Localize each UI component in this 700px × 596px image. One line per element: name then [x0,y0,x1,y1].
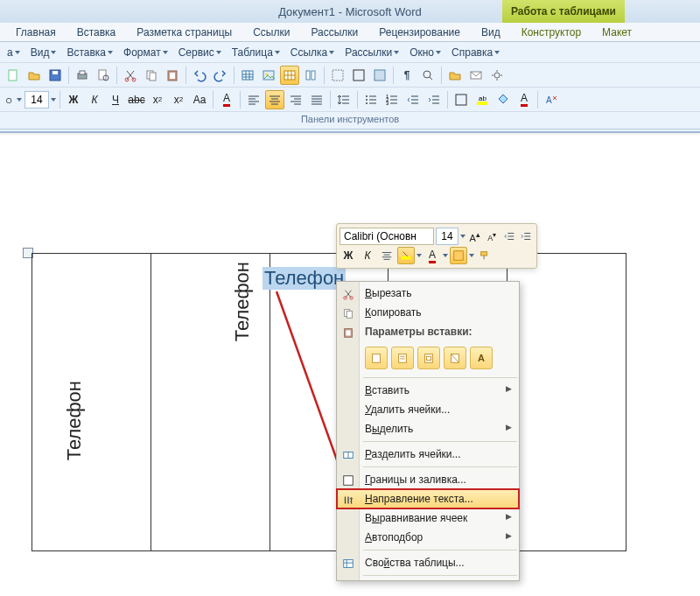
highlight-button[interactable]: ab [472,90,492,109]
menu-view[interactable]: Вид [25,44,62,61]
ctx-autofit[interactable]: Автоподбор [337,528,519,547]
line-spacing-button[interactable] [334,90,354,109]
ctx-text-direction[interactable]: Направление текста... [337,489,519,508]
insert-table-button[interactable] [238,66,257,85]
clear-formatting-button[interactable]: A [542,90,561,109]
menu-table[interactable]: Таблица [227,44,285,61]
chevron-down-icon[interactable] [416,254,422,257]
style-dropdown[interactable]: О [4,90,23,109]
tab-view[interactable]: Вид [471,24,511,41]
mail-button[interactable] [466,66,486,85]
show-marks-button[interactable]: ¶ [397,66,416,85]
menu-format[interactable]: Формат [118,44,173,61]
tab-table-design[interactable]: Конструктор [511,24,592,41]
bullets-button[interactable] [361,90,381,109]
ctx-insert[interactable]: Вставить [337,381,519,400]
paste-option-merge[interactable] [391,347,414,369]
menu-link[interactable]: Ссылка [285,44,340,61]
toggle-grid-button[interactable] [328,66,347,85]
bold-button[interactable]: Ж [64,90,83,109]
paste-option-nest[interactable] [417,347,440,369]
ctx-select[interactable]: Выделить [337,419,519,438]
mini-font-name[interactable] [340,228,434,245]
open-button[interactable] [24,66,44,85]
ctx-table-properties[interactable]: Свойства таблицы... [337,553,519,572]
menu-mailings[interactable]: Рассылки [340,44,404,61]
align-justify-button[interactable] [307,90,326,109]
paste-button[interactable] [163,66,182,85]
tab-home[interactable]: Главная [5,24,66,41]
mini-align-center[interactable] [378,247,396,264]
shading-color-button[interactable] [494,90,513,109]
tab-page-layout[interactable]: Разметка страницы [126,24,242,41]
strike-button[interactable]: abc [127,90,146,109]
decrease-indent-mini[interactable] [501,228,517,245]
ctx-cell-alignment[interactable]: Выравнивание ячеек [337,508,519,528]
paste-option-overwrite[interactable] [444,347,466,369]
table-cell[interactable] [32,254,151,551]
ctx-split-cells[interactable]: Разделить ячейки... [337,445,519,464]
ctx-delete-cells[interactable]: Удалить ячейки... [337,400,519,419]
settings-button[interactable] [487,66,507,85]
align-center-button[interactable] [265,90,284,109]
paste-option-keep-source[interactable] [365,347,388,369]
shading-button[interactable] [370,66,389,85]
copy-button[interactable] [142,66,161,85]
change-case-button[interactable]: Aa [190,90,209,109]
font-color-2-button[interactable]: A [514,90,534,109]
tab-references[interactable]: Ссылки [242,24,300,41]
ctx-borders-shading[interactable]: Границы и заливка... [337,470,519,489]
print-button[interactable] [73,66,92,85]
borders-dropdown[interactable] [452,90,471,109]
cell-text-selected[interactable]: Телефон [262,267,346,290]
align-left-button[interactable] [244,90,263,109]
underline-button[interactable]: Ч [106,90,125,109]
tab-mailings[interactable]: Рассылки [300,24,368,41]
columns-button[interactable] [301,66,320,85]
table-cell[interactable] [508,254,626,551]
draw-table-button[interactable] [280,66,299,85]
mini-highlight[interactable] [397,247,415,264]
chevron-down-icon[interactable] [443,254,448,257]
mini-format-painter[interactable] [476,247,494,264]
increase-indent-mini[interactable] [519,228,535,245]
mini-font-color[interactable]: A [424,247,441,264]
document-viewport[interactable]: Телефон Телефон Телефон A▴ A▾ Ж К A [0,153,700,596]
table[interactable] [32,253,626,551]
subscript-button[interactable]: x2 [148,90,167,109]
menu-service[interactable]: Сервис [173,44,227,61]
ctx-copy[interactable]: Копировать [337,303,519,322]
cell-text-vertical-2[interactable]: Телефон [231,262,254,341]
menu-help[interactable]: Справка [446,44,505,61]
paste-option-text-only[interactable]: A [470,347,493,369]
ctx-cut[interactable]: Вырезать [337,284,519,303]
menu-window[interactable]: Окно [404,44,446,61]
shrink-font-button[interactable]: A▾ [485,228,500,245]
folder-button[interactable] [445,66,465,85]
chevron-down-icon[interactable] [460,235,466,238]
tab-insert[interactable]: Вставка [66,24,127,41]
zoom-button[interactable] [418,66,438,85]
grow-font-button[interactable]: A▴ [467,228,483,245]
cut-button[interactable] [121,66,140,85]
save-button[interactable] [46,66,65,85]
menu-file[interactable]: а [2,44,25,61]
italic-button[interactable]: К [85,90,104,109]
superscript-button[interactable]: x2 [169,90,188,109]
chevron-down-icon[interactable] [51,98,56,102]
cell-text-vertical-1[interactable]: Телефон [63,381,86,460]
decrease-indent-button[interactable] [403,90,423,109]
numbering-button[interactable]: 123 [382,90,402,109]
menu-insert[interactable]: Вставка [61,44,118,61]
undo-button[interactable] [190,66,209,85]
mini-shading[interactable] [450,247,467,264]
mini-italic[interactable]: К [359,247,376,264]
font-size-input[interactable] [24,91,49,109]
redo-button[interactable] [211,66,230,85]
tab-review[interactable]: Рецензирование [368,24,471,41]
increase-indent-button[interactable] [424,90,444,109]
borders-button[interactable] [349,66,368,85]
font-color-button[interactable]: A [217,90,236,109]
new-doc-button[interactable] [4,66,23,85]
align-right-button[interactable] [286,90,305,109]
